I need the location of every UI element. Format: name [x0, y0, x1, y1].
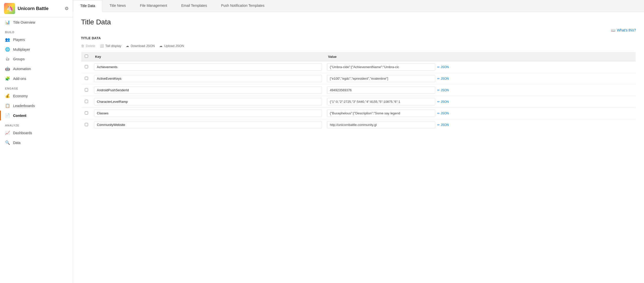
row-checkbox[interactable]: [85, 100, 88, 103]
title-overview-icon: 📊: [5, 20, 10, 25]
sidebar: 🦄 Unicorn Battle ⚙ 📊 Title Overview BUIL…: [0, 0, 73, 283]
select-all-checkbox[interactable]: [85, 55, 88, 58]
tab-email-templates[interactable]: Email Templates: [174, 0, 214, 12]
value-text: 494923569376: [327, 86, 435, 94]
key-cell: [92, 84, 325, 96]
row-checkbox[interactable]: [85, 77, 88, 80]
value-text: {"Umbra-cide":{"AchievementName":"Umbra-…: [327, 63, 435, 71]
automation-icon: 🤖: [5, 66, 10, 71]
settings-gear-icon[interactable]: ⚙: [65, 6, 69, 11]
tab-title-data[interactable]: Title Data: [73, 0, 102, 12]
tab-bar: Title Data Title News File Management Em…: [73, 0, 644, 12]
th-checkbox: [81, 52, 92, 61]
value-text: ["e100","egdc","epresident","evalentine"…: [327, 75, 435, 82]
json-edit-button[interactable]: ✏ JSON: [437, 112, 449, 115]
pencil-icon: ✏: [437, 65, 440, 69]
sidebar-item-automation[interactable]: 🤖 Automation: [0, 64, 73, 74]
sidebar-section-analyze: ANALYZE: [0, 120, 73, 128]
tab-push-notification-templates[interactable]: Push Notification Templates: [214, 0, 272, 12]
th-key: Key: [92, 52, 325, 61]
toolbar: 🗑 Delete ⬜ Tall display ☁ Download JSON …: [81, 43, 636, 49]
download-icon: ☁: [126, 44, 129, 48]
key-cell: [92, 119, 325, 131]
key-input[interactable]: [94, 98, 322, 105]
dashboards-icon: 📈: [5, 130, 10, 135]
sidebar-item-economy[interactable]: 💰 Economy: [0, 91, 73, 101]
json-edit-button[interactable]: ✏ JSON: [437, 77, 449, 80]
key-cell: [92, 108, 325, 119]
row-checkbox-cell: [81, 96, 92, 108]
key-input[interactable]: [94, 75, 322, 82]
tab-title-news[interactable]: Title News: [102, 0, 133, 12]
economy-icon: 💰: [5, 93, 10, 98]
row-checkbox[interactable]: [85, 88, 88, 91]
json-edit-button[interactable]: ✏ JSON: [437, 88, 449, 92]
value-cell: {"Umbra-cide":{"AchievementName":"Umbra-…: [325, 61, 636, 73]
json-edit-button[interactable]: ✏ JSON: [437, 65, 449, 69]
whats-this-container: 📖 What's this?: [81, 28, 636, 32]
table-row: http://unicornbattle.community.gl ✏ JSON: [81, 119, 636, 131]
table-row: 494923569376 ✏ JSON: [81, 84, 636, 96]
content-icon: 📄: [5, 113, 10, 118]
whats-this-link[interactable]: 📖 What's this?: [611, 28, 636, 32]
section-title: TITLE DATA: [81, 36, 636, 40]
content-area: Title Data 📖 What's this? TITLE DATA 🗑 D…: [73, 12, 644, 283]
row-checkbox-cell: [81, 73, 92, 84]
sidebar-item-players[interactable]: 👥 Players: [0, 35, 73, 44]
pencil-icon: ✏: [437, 100, 440, 104]
key-input[interactable]: [94, 86, 322, 94]
sidebar-section-engage: ENGAGE: [0, 83, 73, 91]
pencil-icon: ✏: [437, 88, 440, 92]
key-cell: [92, 96, 325, 108]
key-cell: [92, 61, 325, 73]
add-ons-icon: 🧩: [5, 76, 10, 81]
sidebar-item-title-overview[interactable]: 📊 Title Overview: [0, 17, 73, 27]
value-cell: 494923569376 ✏ JSON: [325, 84, 636, 96]
value-cell: ["e100","egdc","epresident","evalentine"…: [325, 73, 636, 84]
table-header-row: Key Value: [81, 52, 636, 61]
key-input[interactable]: [94, 63, 322, 71]
key-cell: [92, 73, 325, 84]
row-checkbox-cell: [81, 84, 92, 96]
row-checkbox[interactable]: [85, 65, 88, 68]
sidebar-item-dashboards[interactable]: 📈 Dashboards: [0, 128, 73, 138]
row-checkbox-cell: [81, 108, 92, 119]
pencil-icon: ✏: [437, 123, 440, 127]
sidebar-item-add-ons[interactable]: 🧩 Add-ons: [0, 74, 73, 83]
json-edit-button[interactable]: ✏ JSON: [437, 123, 449, 127]
table-row: {"Umbra-cide":{"AchievementName":"Umbra-…: [81, 61, 636, 73]
value-cell: http://unicornbattle.community.gl ✏ JSON: [325, 119, 636, 131]
sidebar-item-data[interactable]: 🔍 Data: [0, 138, 73, 148]
sidebar-item-groups[interactable]: 🗂 Groups: [0, 54, 73, 64]
row-checkbox-cell: [81, 61, 92, 73]
tab-file-management[interactable]: File Management: [133, 0, 174, 12]
sidebar-item-content[interactable]: 📄 Content: [0, 111, 73, 120]
th-value: Value: [325, 52, 636, 61]
tall-display-button[interactable]: ⬜ Tall display: [100, 43, 122, 49]
upload-json-button[interactable]: ☁ Upload JSON: [159, 43, 184, 49]
key-input[interactable]: [94, 121, 322, 128]
table-row: ["e100","egdc","epresident","evalentine"…: [81, 73, 636, 84]
main-content: Title Data Title News File Management Em…: [73, 0, 644, 283]
pencil-icon: ✏: [437, 112, 440, 115]
sidebar-item-multiplayer[interactable]: 🌐 Multiplayer: [0, 44, 73, 54]
table-row: {"Bucephelous":{"Description":"Some say …: [81, 108, 636, 119]
title-data-table: Key Value {"Umbra-cide":{"AchievementNam…: [81, 52, 636, 131]
groups-icon: 🗂: [5, 57, 10, 61]
players-icon: 👥: [5, 37, 10, 42]
value-cell: {"1":0,"2":2725,"3":5440,"4":8155,"5":10…: [325, 96, 636, 108]
data-icon: 🔍: [5, 140, 10, 145]
delete-icon: 🗑: [81, 44, 84, 48]
multiplayer-icon: 🌐: [5, 47, 10, 52]
table-body: {"Umbra-cide":{"AchievementName":"Umbra-…: [81, 61, 636, 131]
sidebar-item-leaderboards[interactable]: 📋 Leaderboards: [0, 101, 73, 111]
table-row: {"1":0,"2":2725,"3":5440,"4":8155,"5":10…: [81, 96, 636, 108]
value-text: {"1":0,"2":2725,"3":5440,"4":8155,"5":10…: [327, 98, 435, 105]
row-checkbox[interactable]: [85, 123, 88, 126]
row-checkbox[interactable]: [85, 111, 88, 115]
download-json-button[interactable]: ☁ Download JSON: [126, 43, 155, 49]
key-input[interactable]: [94, 110, 322, 117]
tall-display-icon: ⬜: [100, 44, 104, 48]
json-edit-button[interactable]: ✏ JSON: [437, 100, 449, 104]
delete-button[interactable]: 🗑 Delete: [81, 43, 95, 49]
